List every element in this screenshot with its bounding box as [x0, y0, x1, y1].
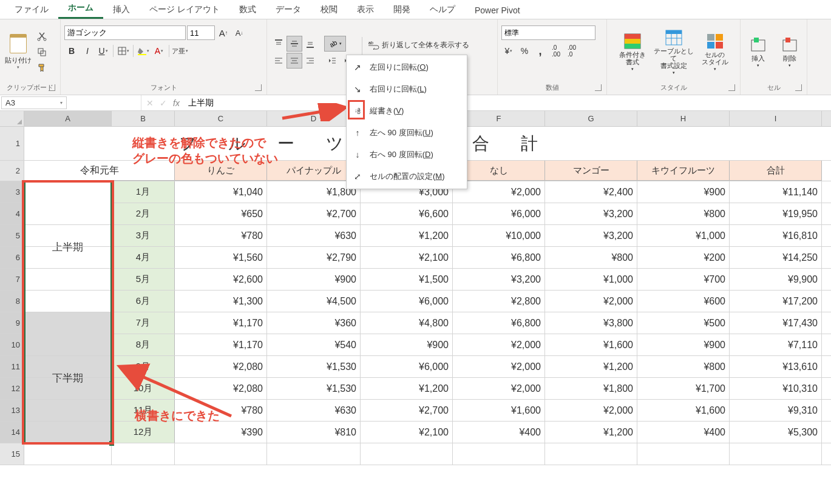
- row-header-10[interactable]: 10: [0, 334, 24, 355]
- cell-H10[interactable]: ¥900: [637, 334, 730, 355]
- delete-cells-button[interactable]: 削除▾: [777, 36, 802, 68]
- cell-I3[interactable]: ¥11,140: [730, 181, 822, 203]
- cell-F7[interactable]: ¥3,200: [453, 269, 545, 290]
- cell-I4[interactable]: ¥19,950: [730, 203, 822, 224]
- tab-insert[interactable]: 挿入: [103, 0, 140, 19]
- cell-C4[interactable]: ¥650: [175, 203, 267, 224]
- tab-file[interactable]: ファイル: [5, 0, 58, 19]
- cell-G14[interactable]: ¥1,200: [545, 422, 637, 443]
- increase-decimal-button[interactable]: .0.00: [549, 44, 563, 58]
- cell-D8[interactable]: ¥4,500: [267, 291, 361, 312]
- cell-H6[interactable]: ¥200: [637, 247, 730, 268]
- cell-B15[interactable]: [112, 443, 175, 465]
- cell-C11[interactable]: ¥2,080: [175, 356, 267, 377]
- tab-help[interactable]: ヘルプ: [420, 0, 465, 19]
- row-header-3[interactable]: 3: [0, 181, 24, 203]
- cell-D4[interactable]: ¥2,700: [267, 203, 361, 224]
- cell-F11[interactable]: ¥2,000: [453, 356, 545, 377]
- cell-C12[interactable]: ¥2,080: [175, 378, 267, 399]
- comma-button[interactable]: ,: [533, 44, 548, 58]
- cell-D5[interactable]: ¥630: [267, 225, 361, 246]
- cell-G5[interactable]: ¥3,200: [545, 225, 637, 246]
- row-header-2[interactable]: 2: [0, 161, 24, 181]
- cell-E9[interactable]: ¥4,800: [361, 312, 453, 334]
- cell-I5[interactable]: ¥16,810: [730, 225, 822, 246]
- font-size-select[interactable]: [187, 25, 215, 40]
- fx-icon[interactable]: fx: [173, 98, 180, 108]
- row-header-6[interactable]: 6: [0, 247, 24, 268]
- cell-D7[interactable]: ¥900: [267, 269, 361, 290]
- align-center-button[interactable]: [287, 53, 302, 69]
- row-header-9[interactable]: 9: [0, 312, 24, 334]
- cell-D6[interactable]: ¥2,790: [267, 247, 361, 268]
- paste-button[interactable]: 貼り付け ▾: [4, 34, 33, 70]
- cell-I7[interactable]: ¥9,900: [730, 269, 822, 290]
- format-cells-alignment-item[interactable]: ⤢セルの配置の設定(M): [347, 166, 467, 187]
- cell-D11[interactable]: ¥1,530: [267, 356, 361, 377]
- cell-C15[interactable]: [175, 443, 267, 465]
- cell-month-9[interactable]: 7月: [112, 312, 175, 334]
- cell-month-7[interactable]: 5月: [112, 269, 175, 290]
- borders-button[interactable]: ▾: [116, 44, 131, 58]
- row-header-7[interactable]: 7: [0, 269, 24, 290]
- cell-month-10[interactable]: 8月: [112, 334, 175, 355]
- cell-I8[interactable]: ¥17,200: [730, 291, 822, 312]
- tab-data[interactable]: データ: [266, 0, 311, 19]
- cell-G15[interactable]: [545, 443, 637, 465]
- cell-styles-button[interactable]: セルの スタイル▾: [699, 33, 731, 72]
- cell-F4[interactable]: ¥6,000: [453, 203, 545, 224]
- font-name-select[interactable]: [64, 25, 186, 40]
- cell-G7[interactable]: ¥1,000: [545, 269, 637, 290]
- cell-F12[interactable]: ¥2,000: [453, 378, 545, 399]
- cell-D9[interactable]: ¥360: [267, 312, 361, 334]
- selection-handle[interactable]: [109, 441, 114, 446]
- header-kiwi[interactable]: キウイフルーツ: [637, 161, 730, 181]
- cell-D15[interactable]: [267, 443, 361, 465]
- italic-button[interactable]: I: [80, 44, 95, 58]
- cell-C3[interactable]: ¥1,040: [175, 181, 267, 203]
- cell-G3[interactable]: ¥2,400: [545, 181, 637, 203]
- tab-home[interactable]: ホーム: [58, 0, 103, 19]
- cell-I10[interactable]: ¥7,110: [730, 334, 822, 355]
- row-header-15[interactable]: 15: [0, 443, 24, 465]
- cell-month-4[interactable]: 2月: [112, 203, 175, 224]
- cell-C9[interactable]: ¥1,170: [175, 312, 267, 334]
- cell-G6[interactable]: ¥800: [545, 247, 637, 268]
- cell-month-8[interactable]: 6月: [112, 291, 175, 312]
- cell-I15[interactable]: [730, 443, 822, 465]
- cell-H4[interactable]: ¥800: [637, 203, 730, 224]
- rotate-ccw-item[interactable]: ↗左回りに回転(O): [347, 56, 467, 78]
- fill-color-button[interactable]: ▾: [136, 44, 151, 58]
- row-header-11[interactable]: 11: [0, 356, 24, 377]
- cell-H13[interactable]: ¥1,600: [637, 400, 730, 421]
- select-all-corner[interactable]: [0, 111, 24, 126]
- col-header-A[interactable]: A: [24, 111, 112, 126]
- cell-E10[interactable]: ¥900: [361, 334, 453, 355]
- col-header-B[interactable]: B: [112, 111, 175, 126]
- tab-review[interactable]: 校閲: [311, 0, 347, 19]
- row-header-14[interactable]: 14: [0, 422, 24, 443]
- cell-G4[interactable]: ¥3,200: [545, 203, 637, 224]
- cell-month-5[interactable]: 3月: [112, 225, 175, 246]
- cell-F5[interactable]: ¥10,000: [453, 225, 545, 246]
- vertical-text-item[interactable]: ↓ab縦書き(V): [347, 100, 467, 122]
- cell-C6[interactable]: ¥1,560: [175, 247, 267, 268]
- wrap-text-button[interactable]: ab 折り返して全体を表示する: [368, 40, 469, 50]
- name-box[interactable]: A3▾: [1, 96, 67, 109]
- cell-F14[interactable]: ¥400: [453, 422, 545, 443]
- cell-E12[interactable]: ¥1,200: [361, 378, 453, 399]
- cell-E4[interactable]: ¥6,600: [361, 203, 453, 224]
- cell-H9[interactable]: ¥500: [637, 312, 730, 334]
- cell-E11[interactable]: ¥6,000: [361, 356, 453, 377]
- decrease-decimal-button[interactable]: .00.0: [565, 44, 579, 58]
- cell-I13[interactable]: ¥9,310: [730, 400, 822, 421]
- cell-G12[interactable]: ¥1,800: [545, 378, 637, 399]
- header-total[interactable]: 合計: [730, 161, 822, 181]
- cell-F8[interactable]: ¥2,800: [453, 291, 545, 312]
- cell-I9[interactable]: ¥17,430: [730, 312, 822, 334]
- cut-button[interactable]: [35, 30, 49, 43]
- rotate-down-item[interactable]: ↓右へ 90 度回転(D): [347, 144, 467, 166]
- insert-cells-button[interactable]: 挿入▾: [745, 36, 771, 68]
- cell-E8[interactable]: ¥6,000: [361, 291, 453, 312]
- tab-formulas[interactable]: 数式: [229, 0, 266, 19]
